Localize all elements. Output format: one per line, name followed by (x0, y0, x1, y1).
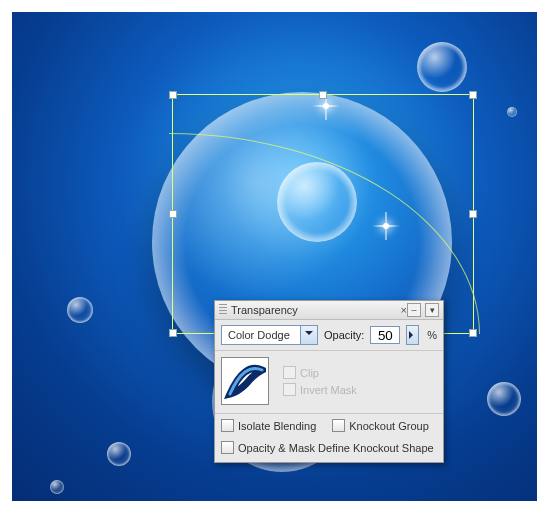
grip-icon[interactable] (219, 304, 227, 316)
invert-mask-label: Invert Mask (300, 384, 357, 396)
blend-mode-select[interactable]: Color Dodge (221, 325, 318, 345)
chevron-down-icon[interactable] (300, 326, 317, 344)
resize-handle-tr[interactable] (469, 91, 477, 99)
inner-bubble (277, 162, 357, 242)
small-bubble (507, 107, 517, 117)
checkbox-icon (221, 419, 234, 432)
opacity-input[interactable] (370, 326, 400, 344)
define-knockout-checkbox[interactable]: Opacity & Mask Define Knockout Shape (221, 441, 437, 454)
checkbox-icon (283, 366, 296, 379)
resize-handle-tl[interactable] (169, 91, 177, 99)
small-bubble (107, 442, 131, 466)
transparency-panel: Transparency × – ▾ Color Dodge Opacity: … (214, 300, 444, 463)
knockout-group-checkbox[interactable]: Knockout Group (332, 419, 429, 432)
panel-title: Transparency (231, 304, 397, 316)
resize-handle-bl[interactable] (169, 329, 177, 337)
isolate-label: Isolate Blending (238, 420, 316, 432)
blend-options-row: Isolate Blending Knockout Group (215, 413, 443, 437)
knockout-label: Knockout Group (349, 420, 429, 432)
checkbox-icon (332, 419, 345, 432)
blend-mode-value: Color Dodge (222, 329, 300, 341)
clip-label: Clip (300, 367, 319, 379)
resize-handle-br[interactable] (469, 329, 477, 337)
thumbnail-row: Clip Invert Mask (215, 351, 443, 413)
app-frame: Transparency × – ▾ Color Dodge Opacity: … (0, 0, 549, 513)
panel-menu-icon[interactable]: ▾ (425, 303, 439, 317)
opacity-unit: % (427, 329, 437, 341)
panel-minimize-icon[interactable]: – (407, 303, 421, 317)
artboard[interactable]: Transparency × – ▾ Color Dodge Opacity: … (12, 12, 537, 501)
small-bubble (417, 42, 467, 92)
opacity-label: Opacity: (324, 329, 364, 341)
small-bubble (50, 480, 64, 494)
checkbox-icon (283, 383, 296, 396)
resize-handle-mr[interactable] (469, 210, 477, 218)
invert-mask-checkbox: Invert Mask (283, 383, 357, 396)
checkbox-icon (221, 441, 234, 454)
small-bubble (487, 382, 521, 416)
panel-titlebar[interactable]: Transparency × – ▾ (215, 301, 443, 320)
clip-checkbox: Clip (283, 366, 357, 379)
small-bubble (67, 297, 93, 323)
opacity-thumbnail[interactable] (221, 357, 269, 405)
define-knockout-label: Opacity & Mask Define Knockout Shape (238, 442, 434, 454)
opacity-stepper[interactable] (406, 325, 419, 345)
blend-opacity-row: Color Dodge Opacity: % (215, 320, 443, 351)
isolate-blending-checkbox[interactable]: Isolate Blending (221, 419, 316, 432)
define-knockout-row: Opacity & Mask Define Knockout Shape (215, 437, 443, 462)
